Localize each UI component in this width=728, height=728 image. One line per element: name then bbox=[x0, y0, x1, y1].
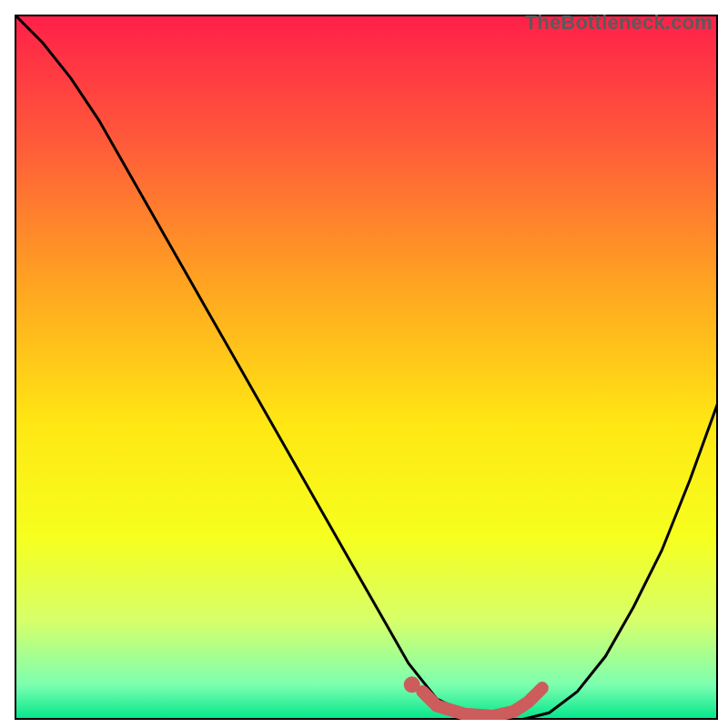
chart-svg bbox=[15, 15, 718, 720]
chart-frame: TheBottleneck.com bbox=[0, 0, 728, 728]
plot-area: TheBottleneck.com bbox=[15, 15, 718, 720]
gradient-background bbox=[15, 15, 718, 720]
sweet-spot-marker bbox=[404, 676, 420, 693]
